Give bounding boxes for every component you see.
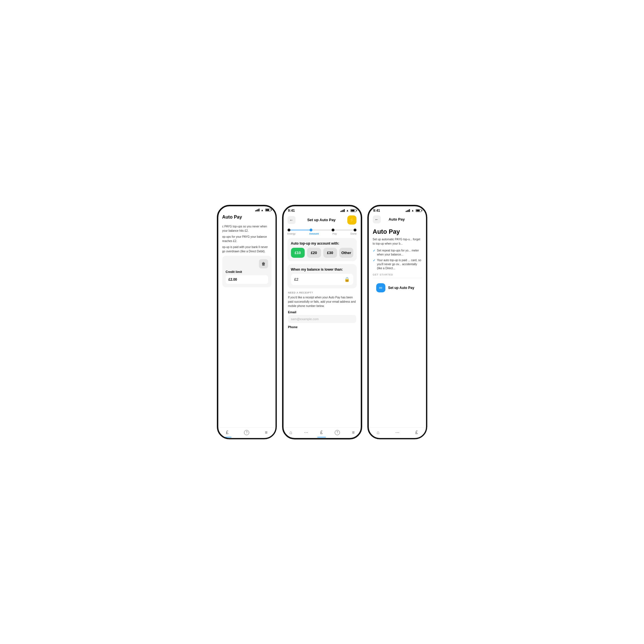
step-dot-done bbox=[354, 229, 356, 231]
step-label-done: Done bbox=[350, 232, 357, 235]
right-nav-activity[interactable]: ⋯ bbox=[395, 430, 399, 435]
left-desc3: op-up is paid with your bank ll never go… bbox=[222, 245, 272, 253]
left-status-icons: ▲ bbox=[255, 209, 271, 212]
center-status-icons: ▲ bbox=[340, 209, 356, 212]
amount-btn-20[interactable]: £20 bbox=[307, 248, 321, 258]
center-wifi-icon: ▲ bbox=[346, 209, 349, 212]
check-icon-2: ✓ bbox=[373, 258, 375, 263]
phone-field-group: Phone bbox=[288, 325, 356, 329]
amount-options: £10 £20 £30 Other bbox=[291, 248, 353, 258]
right-signal bbox=[406, 209, 410, 212]
email-field-group: Email sam@example.com bbox=[288, 310, 356, 323]
center-lightning-icon: ⚡ bbox=[349, 217, 355, 223]
right-bottom-nav: ⌂ ⋯ £ bbox=[369, 427, 426, 438]
step-line-1 bbox=[290, 230, 310, 230]
center-nav-menu[interactable]: ≡ bbox=[352, 430, 354, 435]
center-back-icon: ← bbox=[290, 218, 294, 222]
center-nav-billing-icon: £ bbox=[320, 430, 323, 435]
amount-btn-10[interactable]: £10 bbox=[291, 248, 305, 258]
left-wifi-icon: ▲ bbox=[261, 209, 264, 212]
right-page-title: Auto Pay bbox=[373, 228, 422, 235]
left-content: c PAYG top-ups so you never when your ba… bbox=[218, 221, 276, 427]
step-dot-amount bbox=[310, 229, 312, 231]
center-signal bbox=[340, 209, 345, 212]
receipt-section: NEED A RECEIPT? If you'd like a receipt … bbox=[288, 291, 357, 331]
left-nav-menu-icon: ≡ bbox=[265, 430, 267, 435]
amount-card: Auto top-up my account with: £10 £20 £30… bbox=[288, 238, 357, 261]
amount-btn-30[interactable]: £30 bbox=[323, 248, 337, 258]
email-label: Email bbox=[288, 310, 356, 314]
center-nav-home-icon: ⌂ bbox=[290, 430, 292, 435]
center-phone: 9:41 ▲ ← Set up Auto Pay ⚡ bbox=[282, 205, 362, 439]
center-stepper: Energy Amount Pay Done bbox=[284, 226, 361, 235]
left-nav-billing-icon: £ bbox=[226, 430, 229, 435]
right-nav-home-icon: ⌂ bbox=[377, 430, 379, 435]
center-app-header: ← Set up Auto Pay ⚡ bbox=[284, 214, 361, 226]
setup-btn-text: Set up Auto Pay bbox=[388, 286, 415, 290]
center-nav-activity-icon: ⋯ bbox=[304, 430, 308, 435]
left-nav-help-icon: ? bbox=[244, 430, 249, 435]
left-nav-help[interactable]: ? bbox=[244, 430, 249, 435]
left-desc1: c PAYG top-ups so you never when your ba… bbox=[222, 224, 272, 233]
check-item-2: ✓ Your auto top-up is paid ... card, so … bbox=[373, 258, 422, 270]
center-nav-home[interactable]: ⌂ bbox=[290, 430, 292, 435]
left-nav-menu[interactable]: ≡ bbox=[265, 430, 267, 435]
setup-btn-icon: ∞ bbox=[376, 283, 385, 292]
center-nav-menu-icon: ≡ bbox=[352, 430, 354, 435]
center-bottom-nav: ⌂ ⋯ £ ? ≡ bbox=[284, 427, 361, 438]
check-icon-1: ✓ bbox=[373, 249, 375, 253]
center-status-bar: 9:41 ▲ bbox=[284, 206, 361, 214]
balance-card: When my balance is lower than: £2 🔒 bbox=[288, 264, 357, 288]
setup-autopay-button[interactable]: ∞ Set up Auto Pay bbox=[373, 280, 422, 295]
right-back-button[interactable]: ← bbox=[373, 215, 381, 223]
right-time: 9:41 bbox=[373, 209, 380, 213]
receipt-text: If you'd like a receipt when your Auto P… bbox=[288, 295, 356, 308]
center-nav-billing[interactable]: £ bbox=[320, 430, 323, 435]
left-bottom-nav: £ ? ≡ bbox=[218, 427, 276, 438]
right-app-header: ← Auto Pay bbox=[369, 214, 426, 225]
step-label-energy: Energy bbox=[288, 232, 296, 235]
center-nav-help-icon: ? bbox=[335, 430, 340, 435]
right-status-bar: 9:41 ▲ bbox=[369, 206, 426, 214]
right-nav-billing-icon: £ bbox=[415, 430, 418, 435]
center-lightning-button[interactable]: ⚡ bbox=[347, 215, 356, 225]
scene: ▲ Auto Pay c PAYG top-ups so you never w… bbox=[193, 193, 451, 451]
balance-value: £2 bbox=[294, 277, 298, 282]
right-nav-activity-icon: ⋯ bbox=[395, 430, 399, 435]
step-line-3 bbox=[334, 230, 354, 230]
amount-btn-other[interactable]: Other bbox=[339, 248, 353, 258]
get-started-label: GET STARTED bbox=[373, 273, 422, 276]
left-nav-billing[interactable]: £ bbox=[226, 430, 229, 435]
center-nav-activity[interactable]: ⋯ bbox=[304, 430, 308, 435]
right-status-icons: ▲ bbox=[406, 209, 421, 212]
right-phone: 9:41 ▲ ← Auto Pay Auto P bbox=[367, 205, 427, 439]
center-back-button[interactable]: ← bbox=[288, 216, 296, 224]
trash-button[interactable]: 🗑 bbox=[259, 259, 268, 268]
right-wifi-icon: ▲ bbox=[411, 209, 414, 212]
credit-limit-label: Credit limit bbox=[226, 270, 268, 274]
check-item-1: ✓ Set repeat top-ups for yo... meter whe… bbox=[373, 249, 422, 257]
left-app-header: Auto Pay bbox=[218, 213, 276, 221]
credit-limit-section: 🗑 Credit limit £2.00 bbox=[222, 256, 272, 287]
credit-limit-value: £2.00 bbox=[226, 275, 268, 284]
right-content: Auto Pay Set up automatic PAYG top-u... … bbox=[369, 225, 426, 427]
email-input[interactable]: sam@example.com bbox=[288, 315, 356, 323]
step-dot-pay bbox=[332, 229, 334, 231]
left-signal bbox=[255, 209, 259, 211]
center-nav-help[interactable]: ? bbox=[335, 430, 340, 435]
phone-label: Phone bbox=[288, 325, 356, 329]
left-phone: ▲ Auto Pay c PAYG top-ups so you never w… bbox=[217, 205, 277, 439]
center-time: 9:41 bbox=[288, 209, 295, 213]
right-back-icon: ← bbox=[375, 217, 379, 222]
infinity-icon: ∞ bbox=[379, 285, 382, 290]
check-text-2: Your auto top-up is paid ... card, so yo… bbox=[377, 258, 422, 270]
check-text-1: Set repeat top-ups for yo... meter when … bbox=[377, 249, 422, 257]
left-page-title: Auto Pay bbox=[222, 215, 242, 220]
left-status-bar: ▲ bbox=[218, 206, 276, 213]
step-label-pay: Pay bbox=[332, 232, 337, 235]
center-header-title: Set up Auto Pay bbox=[307, 218, 336, 222]
right-nav-billing[interactable]: £ bbox=[415, 430, 418, 435]
step-line-2 bbox=[312, 230, 332, 230]
step-label-amount: Amount bbox=[309, 232, 319, 235]
right-nav-home[interactable]: ⌂ bbox=[377, 430, 379, 435]
